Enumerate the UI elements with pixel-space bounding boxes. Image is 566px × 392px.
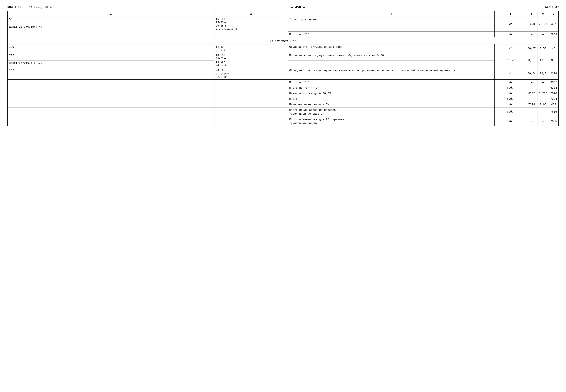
col-header-3: 3 (288, 11, 495, 17)
section-header-row: в) изоляция стен (8, 37, 559, 44)
summary-ref-empty (214, 117, 288, 126)
row-number: I0I (8, 53, 214, 60)
table-row: I0220-I6527.I-I5-г27.I-I9Облицовка стен … (8, 68, 559, 80)
section-label: в) изоляция стен (8, 37, 559, 44)
summary-total: 7636 (549, 107, 558, 117)
doc-ref-left: 903-I-198 . Ал.I2.I, кн.3 (7, 6, 52, 9)
row-ref: 20-I6527.I-I5-г27.I-I9 (214, 68, 288, 80)
summary-ref-empty (214, 80, 288, 85)
subtotal-unit: руб. (495, 32, 526, 37)
summary-total: 6I84 (549, 85, 558, 91)
summary-price: — (537, 117, 549, 126)
row-price: 0,56 (537, 44, 549, 53)
summary-price: 0,06 (537, 102, 549, 107)
row-total: 985 (549, 53, 558, 68)
page-number: — 458 — (291, 6, 305, 9)
row-description: Облицовка стен кислотоупорным кирпи-чом … (288, 68, 495, 80)
table-row: I0II8-I8624-I7-вI8-I8724-I7-гИзоляция ст… (8, 53, 559, 60)
row-total: 2298 (549, 68, 558, 80)
summary-quantity: — (526, 107, 537, 117)
col-header-7: 7 (549, 11, 558, 17)
row-quantity: 86,0I (526, 44, 537, 53)
col-header-1: 1 (8, 11, 214, 17)
col-header-6: 6 (537, 11, 549, 17)
col-header-5: 5 (526, 11, 537, 17)
page-header: 903-I-198 . Ал.I2.I, кн.3 — 458 — 18454-… (7, 6, 559, 9)
summary-price: — (537, 107, 549, 117)
summary-row: Итого по "б" + "в"руб.——6I84 (8, 85, 559, 91)
row-ref: I3-302I-6-х (214, 44, 288, 53)
summary-description: Плановые накопления – 6% (288, 102, 495, 107)
summary-num-empty (8, 85, 214, 91)
summary-total: I020 (549, 91, 558, 96)
row-description: Обмазка стен битумом за два раза (288, 44, 495, 53)
subtotal-description: Итого по "б" (288, 32, 495, 37)
row-description: То же, для лотков (288, 17, 495, 24)
subtotal-price: — (537, 32, 549, 37)
row-description-sub: Цена: (579+6I) x I,9 (8, 60, 214, 68)
col-header-4: 4 (495, 11, 526, 17)
summary-total: 7855 (549, 117, 558, 126)
row-quantity: I6,8 (526, 17, 537, 32)
summary-row: Итогоруб.——7204 (8, 96, 559, 102)
row-total: 48 (549, 44, 558, 53)
summary-row: Плановые накопления – 6%руб.72I40,06432 (8, 102, 559, 107)
doc-ref-right: 18454-33 (544, 6, 559, 9)
summary-total: 333I (549, 80, 558, 85)
summary-ref-empty (214, 102, 288, 107)
summary-description: Итого исключается из раздела"Изоляционны… (288, 107, 495, 117)
summary-unit: руб. (495, 96, 526, 102)
summary-quantity: — (526, 96, 537, 102)
summary-price: — (537, 80, 549, 85)
row-number: I02 (8, 68, 214, 80)
summary-total: 432 (549, 102, 558, 107)
table-row: 99I6-I8I25-30-г25-38-гтех.часть,п.I2То ж… (8, 17, 559, 24)
row-unit: м2 (495, 68, 526, 80)
row-number: I00 (8, 44, 214, 53)
summary-description: Итого по "в" (288, 80, 495, 85)
summary-row: Итого по "в"руб.——333I (8, 80, 559, 85)
main-table: 1 2 3 4 5 6 7 99I6-I8I25-30-г25-38-гтех.… (7, 11, 559, 126)
summary-unit: руб. (495, 91, 526, 96)
row-quantity: 80,64 (526, 68, 537, 80)
subtotal-quantity: — (526, 32, 537, 37)
col-header-2: 2 (214, 11, 288, 17)
summary-unit: руб. (495, 107, 526, 117)
summary-quantity: — (526, 117, 537, 126)
summary-quantity: — (526, 80, 537, 85)
summary-total: 7204 (549, 96, 558, 102)
summary-price: — (537, 85, 549, 91)
summary-num-empty (8, 102, 214, 107)
subtotal-num-empty (8, 32, 214, 37)
summary-row: Накладные расходы – I6,5%руб.6I920,I65I0… (8, 91, 559, 96)
row-quantity: 0,8I (526, 53, 537, 68)
summary-description: Итого (288, 96, 495, 102)
row-description: Изоляция стен из двух слоев полиизо-бути… (288, 53, 495, 60)
subtotal-total: 2853 (549, 32, 558, 37)
summary-description: Накладные расходы – I6,5% (288, 91, 495, 96)
summary-price: 0,I65 (537, 91, 549, 96)
summary-num-empty (8, 107, 214, 117)
row-unit: м2 (495, 17, 526, 32)
subtotal-row: Итого по "б"руб.——2853 (8, 32, 559, 37)
summary-description: Итого по "б" + "в" (288, 85, 495, 91)
row-ref: I8-I8624-I7-вI8-I8724-I7-г (214, 53, 288, 68)
row-total: 487 (549, 17, 558, 32)
summary-quantity: 72I4 (526, 102, 537, 107)
row-price: 28,97 (537, 17, 549, 32)
row-price: 28,5 (537, 68, 549, 80)
summary-price: — (537, 96, 549, 102)
summary-num-empty (8, 117, 214, 126)
row-price: I2I6 (537, 53, 549, 68)
summary-unit: руб. (495, 85, 526, 91)
row-description-sub: Цена: 28,3+0,I5x4,44 (8, 24, 214, 32)
subtotal-ref-empty (214, 32, 288, 37)
row-number: 99 (8, 17, 214, 24)
summary-description: Всего исключается для II варианта сгрунт… (288, 117, 495, 126)
summary-ref-empty (214, 107, 288, 117)
table-row: I00I3-302I-6-хОбмазка стен битумом за дв… (8, 44, 559, 53)
summary-quantity: — (526, 85, 537, 91)
summary-ref-empty (214, 96, 288, 102)
row-ref: I6-I8I25-30-г25-38-гтех.часть,п.I2 (214, 17, 288, 32)
row-unit: I00 м2 (495, 53, 526, 68)
